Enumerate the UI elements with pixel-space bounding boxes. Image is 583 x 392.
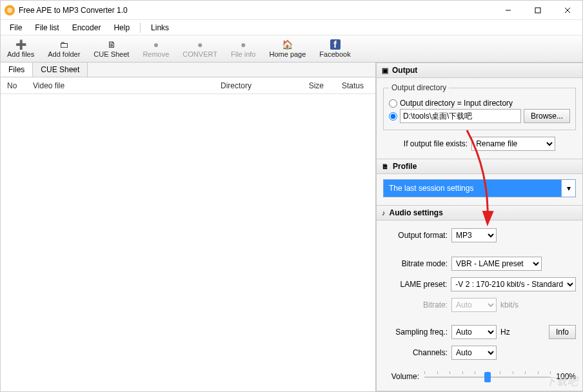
sampling-select[interactable]: Auto [451,325,497,339]
bitrate-select: Auto [451,298,497,312]
sheet-icon: 🗎 [106,39,117,50]
file-list-body[interactable] [1,94,375,391]
folder-icon: 🗀 [59,39,69,50]
radio-same-as-input[interactable]: Output directory = Input directory [389,99,570,108]
file-info-button[interactable]: ● File info [224,35,263,62]
output-format-label: Output format: [383,231,448,240]
plus-icon: ➕ [15,39,26,50]
if-exists-select[interactable]: Rename file [471,137,555,151]
output-directory-legend: Output directory [389,83,449,92]
profile-header-label: Profile [393,162,417,171]
bitrate-unit: kbit/s [500,300,519,309]
radio-custom-path-row: Browse... [389,109,570,123]
radio-same-as-input-input[interactable] [389,99,397,108]
output-header-label: Output [392,66,417,75]
audio-header-label: Audio settings [390,208,443,217]
radio-custom-path[interactable] [389,112,397,121]
menu-links[interactable]: Links [146,21,174,34]
minimize-button[interactable] [493,1,523,19]
facebook-icon: f [330,39,341,50]
bitrate-label: Bitrate: [383,300,448,309]
titlebar: Free APE to MP3 Converter 1.0 [1,1,582,20]
menu-divider [140,23,141,33]
add-files-label: Add files [7,50,34,58]
file-list-header: No Video file Directory Size Status [1,77,375,94]
col-video-file[interactable]: Video file [26,81,214,90]
audio-body: Output format: MP3 Bitrate mode: VBR - L… [377,220,582,391]
file-info-label: File info [231,50,256,58]
sampling-label: Sampling freq.: [383,328,448,337]
menu-file[interactable]: File [5,21,27,34]
add-files-button[interactable]: ➕ Add files [1,35,41,62]
convert-button[interactable]: ● CONVERT [176,35,224,62]
profile-icon: 🗎 [382,162,389,170]
browse-button[interactable]: Browse... [524,109,570,123]
lame-preset-select[interactable]: -V 2 : 170-210 kbit/s - Standard [451,277,576,291]
profile-body: The last session settings ▾ [377,174,582,205]
info-icon: ● [238,39,248,50]
if-exists-label: If output file exists: [404,139,468,148]
svg-point-0 [7,8,12,13]
left-tabs: Files CUE Sheet [1,63,375,77]
menu-encoder[interactable]: Encoder [67,21,106,34]
col-size[interactable]: Size [292,81,330,90]
app-icon [5,5,15,15]
maximize-button[interactable] [523,1,553,19]
channels-label: Channels: [383,348,448,357]
audio-header[interactable]: ♪ Audio settings [377,205,582,220]
col-status[interactable]: Status [330,81,375,90]
output-body: Output directory Output directory = Inpu… [377,78,582,159]
volume-label: Volume: [383,372,419,381]
toolbar: ➕ Add files 🗀 Add folder 🗎 CUE Sheet ● R… [1,35,582,63]
profile-select[interactable]: The last session settings ▾ [383,179,576,197]
remove-label: Remove [143,50,169,58]
col-directory[interactable]: Directory [214,81,292,90]
remove-button[interactable]: ● Remove [136,35,176,62]
col-no[interactable]: No [1,81,26,90]
volume-slider[interactable] [424,370,551,383]
add-folder-button[interactable]: 🗀 Add folder [41,35,87,62]
home-page-button[interactable]: 🏠 Home page [262,35,313,62]
home-page-label: Home page [269,50,306,58]
cue-sheet-label: CUE Sheet [94,50,129,58]
add-folder-label: Add folder [48,50,80,58]
window-title: Free APE to MP3 Converter 1.0 [19,6,128,15]
file-list-pane: Files CUE Sheet No Video file Directory … [1,63,376,391]
bitrate-mode-select[interactable]: VBR - LAME preset [451,257,542,271]
lame-preset-label: LAME preset: [383,280,447,289]
bitrate-mode-label: Bitrate mode: [383,259,448,268]
facebook-button[interactable]: f Facebook [313,35,357,62]
volume-thumb[interactable] [484,372,491,382]
output-format-select[interactable]: MP3 [451,228,497,242]
close-button[interactable] [553,1,582,19]
menubar: File File list Encoder Help Links [1,20,582,35]
convert-icon: ● [195,39,205,50]
facebook-label: Facebook [319,50,350,58]
cue-sheet-button[interactable]: 🗎 CUE Sheet [87,35,136,62]
home-icon: 🏠 [282,39,293,50]
volume-value: 100% [556,372,576,381]
tab-files[interactable]: Files [1,63,33,77]
output-header[interactable]: ▣ Output [377,63,582,78]
volume-row: Volume: 100% [383,370,576,383]
profile-header[interactable]: 🗎 Profile [377,159,582,174]
output-directory-group: Output directory Output directory = Inpu… [383,83,576,130]
radio-same-as-input-label: Output directory = Input directory [400,99,513,108]
chevron-down-icon[interactable]: ▾ [561,180,575,197]
svg-rect-2 [535,8,540,13]
tab-cue-sheet[interactable]: CUE Sheet [33,63,88,77]
info-button[interactable]: Info [549,325,576,339]
note-icon: ♪ [382,209,386,217]
window-controls [493,1,582,19]
profile-current: The last session settings [384,180,561,197]
main: Files CUE Sheet No Video file Directory … [1,63,582,391]
menu-help[interactable]: Help [108,21,135,34]
settings-pane: ▣ Output Output directory Output directo… [376,63,582,391]
channels-select[interactable]: Auto [451,346,497,360]
convert-label: CONVERT [183,50,217,58]
additional-header[interactable]: ⚙ Additional settings [377,391,582,391]
output-path-input[interactable] [400,109,521,123]
menu-filelist[interactable]: File list [30,21,64,34]
collapse-icon: ▣ [382,66,388,75]
remove-icon: ● [151,39,161,50]
